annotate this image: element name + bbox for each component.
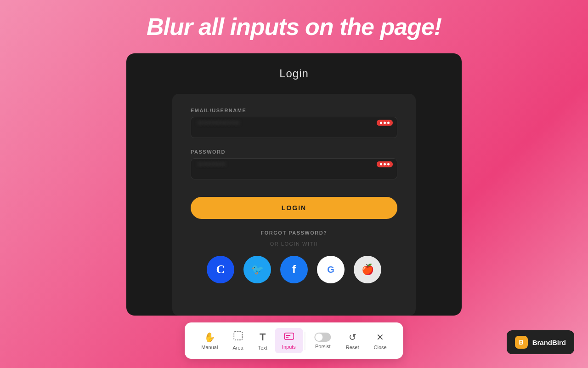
login-button[interactable]: LOGIN: [191, 197, 397, 219]
email-blur-badge[interactable]: [377, 120, 393, 126]
svg-rect-0: [234, 332, 242, 340]
brandbird-badge[interactable]: B BrandBird: [507, 330, 574, 354]
inputs-label: Inputs: [282, 344, 296, 350]
brandbird-label: BrandBird: [532, 339, 566, 346]
text-label: Text: [258, 345, 267, 351]
close-icon: ✕: [376, 332, 384, 343]
toolbar-area[interactable]: Area: [225, 327, 250, 354]
login-form: EMAIL/USERNAME •••••••••••• PASSWORD •••…: [172, 94, 416, 316]
forgot-password-link[interactable]: FORGOT PASSWORD?: [191, 230, 397, 236]
toolbar-reset[interactable]: ↺ Reset: [339, 328, 367, 354]
page-title: Blur all inputs on the page!: [147, 13, 441, 40]
persist-toggle[interactable]: [315, 333, 331, 342]
toolbar-persist[interactable]: Porsist: [307, 329, 339, 353]
manual-icon: ✋: [204, 332, 215, 343]
email-blurred-value: ••••••••••••: [198, 119, 240, 127]
svg-rect-2: [286, 335, 290, 336]
email-label: EMAIL/USERNAME: [191, 108, 397, 113]
toolbar-divider: [305, 332, 305, 350]
reset-icon: ↺: [349, 332, 356, 343]
google-login-button[interactable]: G: [317, 256, 345, 283]
coinbase-login-button[interactable]: C: [207, 256, 234, 283]
toolbar: ✋ Manual Area T Text Inputs Porsist ↺ Re…: [185, 322, 403, 359]
brandbird-icon: B: [515, 336, 528, 349]
close-label: Close: [374, 345, 387, 350]
or-login-with-text: OR LOGIN WITH: [191, 241, 397, 247]
text-icon: T: [260, 331, 266, 343]
toolbar-close[interactable]: ✕ Close: [367, 328, 394, 354]
svg-rect-1: [284, 333, 294, 339]
social-login-options: C 🐦 f G 🍎: [191, 256, 397, 283]
toolbar-manual[interactable]: ✋ Manual: [194, 328, 225, 354]
password-field-group: PASSWORD ••••••••: [191, 149, 397, 179]
persist-label: Porsist: [315, 344, 331, 349]
password-blurred-value: ••••••••: [198, 160, 226, 168]
login-card-title: Login: [279, 67, 309, 80]
reset-label: Reset: [346, 345, 359, 350]
area-label: Area: [232, 345, 243, 351]
twitter-login-button[interactable]: 🐦: [243, 256, 271, 283]
email-field-group: EMAIL/USERNAME ••••••••••••: [191, 108, 397, 138]
area-icon: [233, 331, 243, 343]
password-label: PASSWORD: [191, 149, 397, 155]
password-blur-badge[interactable]: [377, 161, 393, 167]
inputs-icon: [284, 332, 294, 342]
apple-login-button[interactable]: 🍎: [354, 256, 381, 283]
manual-label: Manual: [201, 345, 218, 350]
toolbar-text[interactable]: T Text: [251, 328, 275, 354]
login-card: Login EMAIL/USERNAME •••••••••••• PASSWO…: [126, 53, 462, 316]
facebook-login-button[interactable]: f: [280, 256, 308, 283]
toolbar-inputs[interactable]: Inputs: [275, 328, 303, 353]
svg-rect-3: [286, 337, 288, 338]
